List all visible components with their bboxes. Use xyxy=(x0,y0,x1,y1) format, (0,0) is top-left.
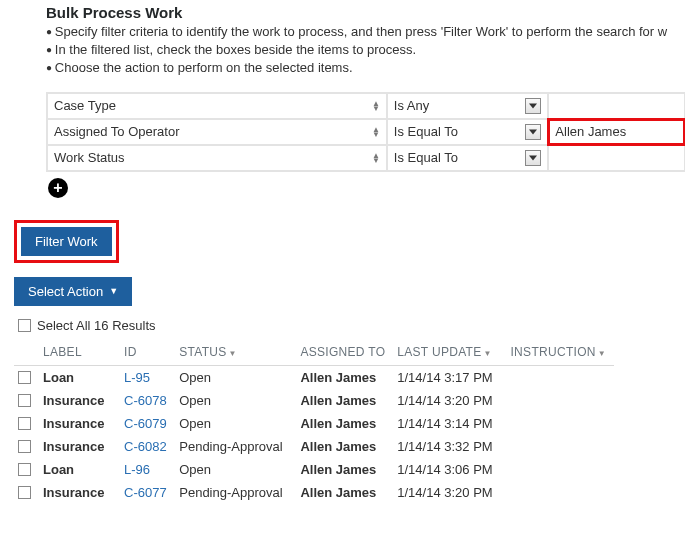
cell-instructions xyxy=(506,389,614,412)
case-id-link[interactable]: C-6079 xyxy=(124,416,167,431)
case-id-link[interactable]: L-95 xyxy=(124,370,150,385)
col-header-label[interactable]: LABEL xyxy=(39,339,120,366)
filter-field-label: Case Type xyxy=(54,98,116,113)
table-row: InsuranceC-6077Pending-ApprovalAllen Jam… xyxy=(14,481,614,504)
filter-field-select[interactable]: Assigned To Operator ▲▼ xyxy=(48,120,386,144)
row-checkbox[interactable] xyxy=(18,440,31,453)
cell-updated: 1/14/14 3:20 PM xyxy=(393,389,506,412)
cell-status: Open xyxy=(175,389,296,412)
instructions-block: Specify filter criteria to identify the … xyxy=(46,23,685,78)
spinner-arrows-icon: ▲▼ xyxy=(372,153,380,163)
svg-marker-1 xyxy=(529,129,537,134)
cell-assigned: Allen James xyxy=(296,365,393,389)
case-id-link[interactable]: C-6077 xyxy=(124,485,167,500)
cell-updated: 1/14/14 3:17 PM xyxy=(393,365,506,389)
cell-status: Open xyxy=(175,365,296,389)
cell-label: Insurance xyxy=(39,435,120,458)
row-checkbox[interactable] xyxy=(18,417,31,430)
filter-field-select[interactable]: Work Status ▲▼ xyxy=(48,146,386,170)
filter-field-label: Assigned To Operator xyxy=(54,124,180,139)
cell-instructions xyxy=(506,365,614,389)
cell-label: Insurance xyxy=(39,481,120,504)
table-row: LoanL-95OpenAllen James1/14/14 3:17 PM xyxy=(14,365,614,389)
case-id-link[interactable]: C-6082 xyxy=(124,439,167,454)
page-title: Bulk Process Work xyxy=(46,4,685,21)
sort-icon: ▼ xyxy=(598,349,606,358)
row-checkbox[interactable] xyxy=(18,486,31,499)
cell-instructions xyxy=(506,435,614,458)
cell-instructions xyxy=(506,481,614,504)
select-all-checkbox[interactable] xyxy=(18,319,31,332)
table-row: LoanL-96OpenAllen James1/14/14 3:06 PM xyxy=(14,458,614,481)
cell-label: Insurance xyxy=(39,389,120,412)
filter-operator-select[interactable]: Is Equal To xyxy=(388,120,548,144)
row-checkbox[interactable] xyxy=(18,463,31,476)
cell-assigned: Allen James xyxy=(296,435,393,458)
filter-operator-select[interactable]: Is Equal To xyxy=(388,146,548,170)
filter-work-button[interactable]: Filter Work xyxy=(21,227,112,256)
row-checkbox[interactable] xyxy=(18,371,31,384)
spinner-arrows-icon: ▲▼ xyxy=(372,127,380,137)
cell-label: Loan xyxy=(39,458,120,481)
cell-label: Insurance xyxy=(39,412,120,435)
results-table: LABEL ID STATUS▼ ASSIGNED TO LAST UPDATE… xyxy=(14,339,614,504)
instruction-line: Specify filter criteria to identify the … xyxy=(46,23,685,41)
cell-assigned: Allen James xyxy=(296,412,393,435)
cell-updated: 1/14/14 3:14 PM xyxy=(393,412,506,435)
col-header-updated[interactable]: LAST UPDATE▼ xyxy=(393,339,506,366)
cell-status: Open xyxy=(175,412,296,435)
table-row: InsuranceC-6082Pending-ApprovalAllen Jam… xyxy=(14,435,614,458)
sort-icon: ▼ xyxy=(229,349,237,358)
cell-assigned: Allen James xyxy=(296,458,393,481)
filter-operator-label: Is Equal To xyxy=(394,150,458,165)
instruction-line: Choose the action to perform on the sele… xyxy=(46,59,685,77)
col-header-instructions[interactable]: INSTRUCTION▼ xyxy=(506,339,614,366)
case-id-link[interactable]: L-96 xyxy=(124,462,150,477)
cell-instructions xyxy=(506,458,614,481)
cell-updated: 1/14/14 3:06 PM xyxy=(393,458,506,481)
sort-icon: ▼ xyxy=(484,349,492,358)
cell-status: Pending-Approval xyxy=(175,435,296,458)
spinner-arrows-icon: ▲▼ xyxy=(372,101,380,111)
cell-updated: 1/14/14 3:20 PM xyxy=(393,481,506,504)
instruction-line: In the filtered list, check the boxes be… xyxy=(46,41,685,59)
chevron-down-icon xyxy=(525,124,541,140)
col-header-id[interactable]: ID xyxy=(120,339,175,366)
table-row: InsuranceC-6079OpenAllen James1/14/14 3:… xyxy=(14,412,614,435)
filter-value-input[interactable] xyxy=(549,155,684,161)
filter-value-input[interactable] xyxy=(549,103,684,109)
filter-field-select[interactable]: Case Type ▲▼ xyxy=(48,94,386,118)
row-checkbox[interactable] xyxy=(18,394,31,407)
add-filter-row-button[interactable]: + xyxy=(48,178,68,198)
filter-field-label: Work Status xyxy=(54,150,125,165)
select-action-label: Select Action xyxy=(28,284,103,299)
filter-value-input[interactable]: Allen James xyxy=(549,121,684,142)
cell-label: Loan xyxy=(39,365,120,389)
case-id-link[interactable]: C-6078 xyxy=(124,393,167,408)
svg-marker-2 xyxy=(529,155,537,160)
filter-criteria-table: Case Type ▲▼ Is Any Assigned To Operator… xyxy=(46,92,685,172)
cell-assigned: Allen James xyxy=(296,481,393,504)
select-action-button[interactable]: Select Action ▼ xyxy=(14,277,132,306)
svg-marker-0 xyxy=(529,103,537,108)
caret-down-icon: ▼ xyxy=(109,286,118,296)
cell-status: Pending-Approval xyxy=(175,481,296,504)
filter-operator-select[interactable]: Is Any xyxy=(388,94,548,118)
col-header-status[interactable]: STATUS▼ xyxy=(175,339,296,366)
select-all-label: Select All 16 Results xyxy=(37,318,156,333)
col-header-assigned[interactable]: ASSIGNED TO xyxy=(296,339,393,366)
chevron-down-icon xyxy=(525,150,541,166)
cell-assigned: Allen James xyxy=(296,389,393,412)
table-row: InsuranceC-6078OpenAllen James1/14/14 3:… xyxy=(14,389,614,412)
cell-status: Open xyxy=(175,458,296,481)
filter-operator-label: Is Any xyxy=(394,98,429,113)
filter-operator-label: Is Equal To xyxy=(394,124,458,139)
cell-instructions xyxy=(506,412,614,435)
chevron-down-icon xyxy=(525,98,541,114)
cell-updated: 1/14/14 3:32 PM xyxy=(393,435,506,458)
